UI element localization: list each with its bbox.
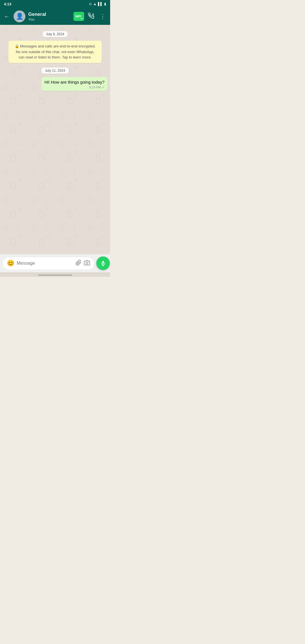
more-options-button[interactable]: ⋮ <box>98 12 107 21</box>
message-text-1: Hi! How are things going today? <box>44 80 104 84</box>
delivered-check-icon: ✓ <box>102 86 104 89</box>
date-label-2: July 11, 2024 <box>42 68 68 74</box>
message-time-1: 8:19 PM <box>89 86 101 89</box>
battery-icon: ▮ <box>104 2 106 6</box>
back-button[interactable]: ← <box>3 12 11 21</box>
contact-info[interactable]: General You <box>28 12 71 21</box>
message-meta-1: 8:19 PM ✓ <box>44 86 104 89</box>
svg-point-2 <box>86 262 88 264</box>
status-time: 4:13 <box>4 2 11 6</box>
message-bubble-1[interactable]: Hi! How are things going today? 8:19 PM … <box>42 77 107 91</box>
avatar-person-icon: 👤 <box>16 13 23 20</box>
input-bar: 😊 <box>0 254 110 272</box>
message-input-wrapper: 😊 <box>3 257 94 269</box>
wifi-icon: ▲ <box>93 2 97 6</box>
wpl-check-icon <box>80 17 83 20</box>
signal-icon: ▌▌ <box>98 2 103 6</box>
contact-avatar[interactable]: 👤 <box>14 10 25 22</box>
camera-button[interactable] <box>84 260 90 267</box>
wpl-badge[interactable]: WPL <box>73 12 84 21</box>
svg-rect-3 <box>103 261 104 264</box>
encryption-notice[interactable]: 🔒 Messages and calls are end-to-end encr… <box>8 41 102 63</box>
emoji-button[interactable]: 😊 <box>7 260 14 267</box>
attach-button[interactable] <box>75 260 82 267</box>
contact-subtitle: You <box>28 17 71 21</box>
toolbar-actions: WPL ⋮ <box>73 12 107 21</box>
camera-status-icon: ⊙ <box>89 2 92 6</box>
message-input[interactable] <box>17 261 73 266</box>
toolbar: ← 👤 General You WPL ⋮ <box>0 8 110 25</box>
home-bar <box>38 275 72 276</box>
encryption-text: 🔒 Messages and calls are end-to-end encr… <box>15 44 96 59</box>
date-separator-2: July 11, 2024 <box>3 68 107 74</box>
status-bar: 4:13 ⊙ ▲ ▌▌ ▮ <box>0 0 110 8</box>
status-icons: ⊙ ▲ ▌▌ ▮ <box>89 2 106 6</box>
date-label-1: July 9, 2024 <box>43 31 68 37</box>
message-row-1: Hi! How are things going today? 8:19 PM … <box>3 77 107 91</box>
add-call-button[interactable] <box>86 12 96 21</box>
emoji-icon: 😊 <box>7 260 14 267</box>
mic-button[interactable] <box>96 256 110 270</box>
date-separator-1: July 9, 2024 <box>3 31 107 37</box>
contact-name: General <box>28 12 71 17</box>
home-indicator <box>0 272 110 277</box>
chat-area: July 9, 2024 🔒 Messages and calls are en… <box>0 25 110 254</box>
